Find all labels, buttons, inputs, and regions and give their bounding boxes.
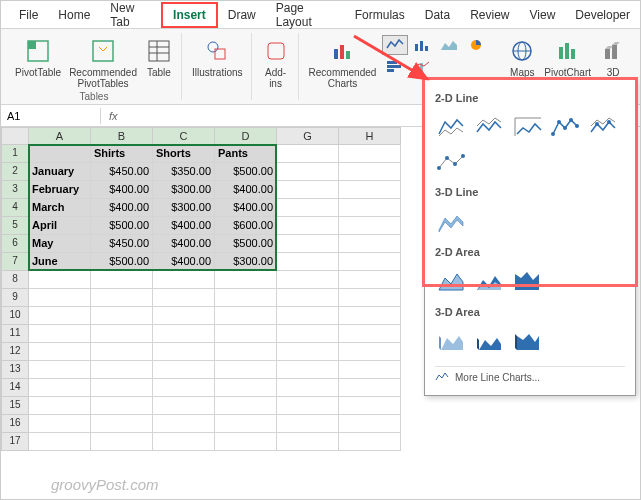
area-option-1[interactable]: [435, 266, 469, 296]
cell-d3[interactable]: $400.00: [215, 181, 277, 199]
cell-c5[interactable]: $400.00: [153, 217, 215, 235]
3d-area-option-3[interactable]: [511, 326, 545, 356]
cell-b7[interactable]: $500.00: [91, 253, 153, 271]
3d-line-option[interactable]: [435, 206, 469, 236]
fx-icon[interactable]: fx: [101, 110, 126, 122]
row-header-16[interactable]: 16: [1, 415, 29, 433]
row-header-9[interactable]: 9: [1, 289, 29, 307]
cell-c4[interactable]: $300.00: [153, 199, 215, 217]
area-chart-button[interactable]: [436, 35, 462, 55]
column-chart-button[interactable]: [409, 35, 435, 55]
cell-a5[interactable]: April: [29, 217, 91, 235]
recommended-pivottables-button[interactable]: Recommended PivotTables: [67, 35, 139, 91]
row-header-3[interactable]: 3: [1, 181, 29, 199]
row-header-6[interactable]: 6: [1, 235, 29, 253]
cell-b1[interactable]: Shirts: [91, 145, 153, 163]
cell-d5[interactable]: $600.00: [215, 217, 277, 235]
row-header-1[interactable]: 1: [1, 145, 29, 163]
area-option-3[interactable]: [511, 266, 545, 296]
bar-chart-button[interactable]: [382, 56, 408, 76]
row-header-13[interactable]: 13: [1, 361, 29, 379]
3d-map-button[interactable]: 3D: [597, 35, 629, 80]
pivottable-button[interactable]: PivotTable: [13, 35, 63, 80]
row-header-17[interactable]: 17: [1, 433, 29, 451]
col-header-c[interactable]: C: [153, 127, 215, 145]
row-header-8[interactable]: 8: [1, 271, 29, 289]
cell-c3[interactable]: $300.00: [153, 181, 215, 199]
row-header-5[interactable]: 5: [1, 217, 29, 235]
tab-home[interactable]: Home: [48, 4, 100, 26]
cell-d2[interactable]: $500.00: [215, 163, 277, 181]
tab-data[interactable]: Data: [415, 4, 460, 26]
cell-b2[interactable]: $450.00: [91, 163, 153, 181]
cell-c1[interactable]: Shorts: [153, 145, 215, 163]
row-header-2[interactable]: 2: [1, 163, 29, 181]
name-box[interactable]: A1: [1, 108, 101, 124]
cell-a3[interactable]: February: [29, 181, 91, 199]
col-header-d[interactable]: D: [215, 127, 277, 145]
row-header-14[interactable]: 14: [1, 379, 29, 397]
cell-b4[interactable]: $400.00: [91, 199, 153, 217]
3d-area-option-1[interactable]: [435, 326, 469, 356]
table-button[interactable]: Table: [143, 35, 175, 80]
cell-a6[interactable]: May: [29, 235, 91, 253]
tab-view[interactable]: View: [520, 4, 566, 26]
line-markers-option-3[interactable]: [435, 146, 469, 176]
3d-area-option-2[interactable]: [473, 326, 507, 356]
line-chart-option-1[interactable]: [435, 112, 469, 142]
cell-a4[interactable]: March: [29, 199, 91, 217]
col-header-b[interactable]: B: [91, 127, 153, 145]
col-header-h[interactable]: H: [339, 127, 401, 145]
row-header-15[interactable]: 15: [1, 397, 29, 415]
cell-a7[interactable]: June: [29, 253, 91, 271]
pie-chart-button[interactable]: [463, 35, 489, 55]
col-header-a[interactable]: A: [29, 127, 91, 145]
cell-b6[interactable]: $450.00: [91, 235, 153, 253]
maps-button[interactable]: Maps: [506, 35, 538, 80]
tab-developer[interactable]: Developer: [565, 4, 640, 26]
more-line-charts[interactable]: More Line Charts...: [435, 366, 625, 387]
recommended-charts-button[interactable]: Recommended Charts: [307, 35, 379, 91]
row-header-12[interactable]: 12: [1, 343, 29, 361]
line-markers-option-2[interactable]: [587, 112, 621, 142]
row-header-4[interactable]: 4: [1, 199, 29, 217]
cell-c6[interactable]: $400.00: [153, 235, 215, 253]
cell-a2[interactable]: January: [29, 163, 91, 181]
cell-d6[interactable]: $500.00: [215, 235, 277, 253]
cells-area[interactable]: Shirts Shorts Pants January$450.00$350.0…: [29, 145, 401, 451]
cell-c2[interactable]: $350.00: [153, 163, 215, 181]
tab-newtab[interactable]: New Tab: [100, 0, 161, 33]
select-all-corner[interactable]: [1, 127, 29, 145]
addins-button[interactable]: Add- ins: [260, 35, 292, 91]
cell-b5[interactable]: $500.00: [91, 217, 153, 235]
col-header-g[interactable]: G: [277, 127, 339, 145]
line-markers-option-1[interactable]: [549, 112, 583, 142]
row-header-10[interactable]: 10: [1, 307, 29, 325]
line-chart-button[interactable]: [382, 35, 408, 55]
tab-file[interactable]: File: [9, 4, 48, 26]
row-header-7[interactable]: 7: [1, 253, 29, 271]
cell-g1[interactable]: [277, 145, 339, 163]
area-option-2[interactable]: [473, 266, 507, 296]
cell-h1[interactable]: [339, 145, 401, 163]
cell-d4[interactable]: $400.00: [215, 199, 277, 217]
line-chart-option-3[interactable]: [511, 112, 545, 142]
cell-c7[interactable]: $400.00: [153, 253, 215, 271]
svg-marker-56: [515, 334, 517, 350]
combo-chart-button[interactable]: [409, 56, 435, 76]
pivotchart-button[interactable]: PivotChart: [542, 35, 593, 80]
svg-point-40: [595, 122, 599, 126]
tab-insert[interactable]: Insert: [161, 2, 218, 28]
cell-a1[interactable]: [29, 145, 91, 163]
cell-d7[interactable]: $300.00: [215, 253, 277, 271]
tab-draw[interactable]: Draw: [218, 4, 266, 26]
tab-formulas[interactable]: Formulas: [345, 4, 415, 26]
illustrations-button[interactable]: Illustrations: [190, 35, 245, 80]
tab-review[interactable]: Review: [460, 4, 519, 26]
tab-pagelayout[interactable]: Page Layout: [266, 0, 345, 33]
row-header-11[interactable]: 11: [1, 325, 29, 343]
cell-b3[interactable]: $400.00: [91, 181, 153, 199]
svg-rect-13: [415, 44, 418, 51]
line-chart-option-2[interactable]: [473, 112, 507, 142]
cell-d1[interactable]: Pants: [215, 145, 277, 163]
